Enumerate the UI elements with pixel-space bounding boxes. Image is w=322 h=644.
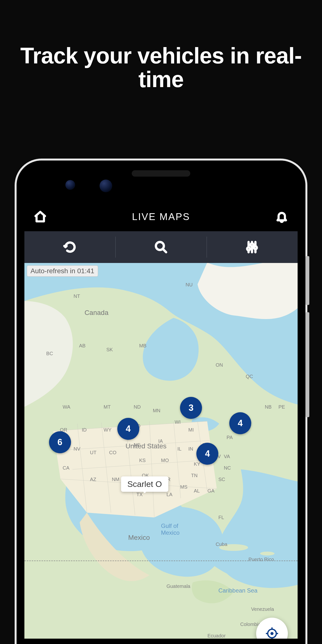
svg-point-6 [260,552,274,556]
search-button[interactable] [116,231,206,263]
map-label: CO [109,450,116,456]
search-icon [154,240,168,254]
map-label: WY [104,427,112,433]
map-view[interactable]: Auto-refresh in 01:41 Canada United Stat… [24,263,298,644]
map-label: TX [136,492,143,498]
app-bar: LIVE MAPS [24,202,298,231]
map-label: TN [191,473,198,478]
map-label: NU [186,282,193,288]
map-label: MB [139,343,146,348]
map-label: NT [74,294,80,299]
map-cluster-count: 4 [205,448,210,459]
map-label: IN [188,446,193,452]
crosshair-icon [265,626,279,641]
map-cluster[interactable]: 4 [229,412,251,434]
map-cluster-count: 6 [58,437,62,448]
promo-title: Track your vehicles in real-time [0,44,322,91]
map-label: IA [158,438,163,444]
map-label: AL [194,488,200,494]
map-cluster-count: 3 [188,403,194,413]
vehicle-callout[interactable]: Scarlet O [121,476,168,492]
map-label: NC [224,465,231,471]
map-label: ND [134,404,141,410]
map-label: PA [226,435,233,440]
map-basemap [24,263,298,644]
map-label: MN [153,408,160,414]
map-label: MS [180,484,187,490]
phone-camera-icon [66,180,75,190]
map-label: NV [74,446,80,452]
map-label: GA [207,488,214,494]
svg-point-2 [250,244,254,246]
map-cluster[interactable]: 6 [49,431,71,453]
map-label-ecuador: Ecuador [207,633,226,639]
map-label-guatemala: Guatemala [166,584,190,589]
phone-button [306,256,309,305]
filter-button[interactable] [206,231,298,263]
phone-button [306,312,309,417]
map-label: NM [112,477,119,482]
svg-point-3 [254,246,257,249]
map-label-mexico: Mexico [128,534,150,542]
map-label-pr: Puerto Rico [248,557,274,562]
home-button[interactable] [32,208,49,225]
map-cluster[interactable]: 4 [196,443,218,465]
page-title: LIVE MAPS [132,211,190,222]
phone-frame: LIVE MAPS [15,158,307,644]
map-label: NE [134,442,140,448]
map-label: KS [139,458,146,463]
map-cluster-count: 4 [238,418,243,428]
map-label: QC [246,374,253,379]
toolbar [24,231,298,263]
map-label-caribbean: Caribbean Sea [218,587,257,594]
map-cluster[interactable]: 3 [180,397,202,419]
map-label: PE [278,404,285,410]
refresh-button[interactable] [24,231,116,263]
map-label-canada: Canada [84,309,108,317]
bell-icon [276,210,288,223]
map-label: WI [175,419,180,425]
refresh-icon [63,240,77,254]
map-label: IL [177,446,182,452]
map-label: KY [194,461,200,467]
map-label: WA [63,404,70,410]
map-label: FL [218,515,224,520]
map-label: NB [265,404,272,410]
map-label: BC [46,351,53,356]
home-icon [34,210,46,223]
map-label: MI [188,427,194,433]
map-cluster-count: 4 [126,424,131,434]
map-label: ON [216,362,223,368]
map-label: VA [224,454,230,459]
svg-point-8 [271,632,273,634]
map-label: MO [161,458,169,463]
phone-speaker [132,170,190,176]
phone-camera-icon [100,180,112,192]
map-label: LA [166,492,172,498]
app-screen: LIVE MAPS [24,202,298,644]
map-label: ID [82,427,86,433]
map-label: AB [79,343,86,348]
vehicle-callout-label: Scarlet O [127,479,162,488]
map-label: UT [90,450,96,456]
map-label: SC [218,477,225,482]
map-cluster[interactable]: 4 [117,418,139,440]
map-label: CA [63,465,70,471]
map-label: MT [104,404,111,410]
notifications-button[interactable] [273,208,290,225]
map-label-gulf: Gulf of Mexico [161,522,180,536]
auto-refresh-badge: Auto-refresh in 01:41 [27,266,98,277]
sliders-icon [245,240,259,254]
svg-point-1 [247,247,250,250]
map-label: SK [106,347,113,352]
map-label-cuba: Cuba [216,542,227,547]
map-label-venezuela: Venezuela [251,606,274,612]
map-label: AZ [90,477,96,482]
